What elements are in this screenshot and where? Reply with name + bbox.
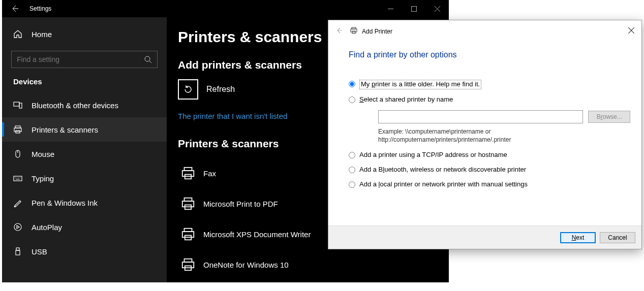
dialog-header-text: Add Printer — [362, 28, 392, 35]
svg-rect-13 — [182, 171, 194, 176]
sidebar-item-label: Printers & scanners — [32, 125, 98, 134]
search-box[interactable] — [11, 51, 158, 68]
sidebar-item-bluetooth[interactable]: Bluetooth & other devices — [2, 93, 167, 117]
svg-rect-8 — [14, 176, 22, 181]
svg-rect-11 — [16, 250, 20, 255]
dialog-title: Find a printer by other options — [334, 50, 630, 59]
svg-rect-15 — [185, 198, 192, 201]
close-icon — [435, 6, 440, 12]
svg-rect-10 — [16, 248, 19, 250]
option-shared[interactable]: Select a shared printer by name — [349, 95, 630, 104]
option-older[interactable]: My printer is a little older. Help me fi… — [349, 80, 630, 89]
sidebar-item-autoplay[interactable]: AutoPlay — [2, 215, 167, 239]
keyboard-icon — [13, 174, 22, 183]
option-local-label: Add a local printer or network printer w… — [359, 180, 528, 189]
printer-name: OneNote for Windows 10 — [203, 261, 289, 269]
sidebar-item-label: Mouse — [32, 150, 54, 158]
shared-path-input[interactable] — [378, 110, 583, 123]
svg-point-9 — [14, 223, 21, 231]
window-title: Settings — [27, 5, 51, 12]
devices-icon — [13, 101, 22, 110]
option-bluetooth-label: Add a Bluetooth, wireless or network dis… — [359, 166, 526, 174]
next-button[interactable]: Next — [560, 232, 596, 243]
shared-path-row: Browse... — [378, 110, 630, 123]
sidebar-item-label: Bluetooth & other devices — [32, 101, 118, 110]
radio-tcpip[interactable] — [349, 152, 355, 158]
sidebar-item-typing[interactable]: Typing — [2, 166, 167, 190]
printer-name: Microsoft XPS Document Writer — [203, 230, 311, 239]
printer-icon — [180, 166, 196, 181]
dialog-footer: Next Cancel — [328, 225, 641, 249]
cancel-button[interactable]: Cancel — [600, 232, 635, 243]
minimize-icon — [388, 6, 393, 12]
add-printer-dialog: Add Printer Find a printer by other opti… — [328, 20, 642, 249]
arrow-left-icon — [335, 27, 343, 34]
printer-icon — [350, 26, 358, 36]
radio-shared[interactable] — [349, 96, 355, 103]
sidebar-item-label: Pen & Windows Ink — [32, 199, 98, 207]
options-group: My printer is a little older. Help me fi… — [334, 80, 630, 189]
home-icon — [13, 29, 22, 39]
svg-rect-21 — [185, 259, 192, 262]
sidebar-item-mouse[interactable]: Mouse — [2, 142, 167, 166]
window-controls — [379, 0, 449, 17]
usb-icon — [13, 247, 22, 256]
printer-icon — [180, 257, 196, 272]
svg-rect-19 — [182, 232, 194, 237]
close-icon — [628, 27, 634, 34]
option-tcpip-label: Add a printer using a TCP/IP address or … — [359, 151, 507, 159]
home-label: Home — [32, 30, 52, 39]
sidebar-item-label: AutoPlay — [32, 223, 62, 232]
pen-icon — [13, 198, 22, 207]
svg-rect-0 — [411, 6, 416, 11]
sidebar-item-printers[interactable]: Printers & scanners — [2, 117, 167, 142]
minimize-button[interactable] — [379, 0, 402, 17]
search-icon — [144, 56, 152, 63]
mouse-icon — [13, 149, 22, 158]
sidebar-item-label: USB — [32, 247, 47, 256]
maximize-icon — [411, 6, 417, 12]
option-bluetooth[interactable]: Add a Bluetooth, wireless or network dis… — [349, 166, 630, 174]
printer-item-onenote[interactable]: OneNote for Windows 10 — [178, 249, 449, 280]
svg-rect-3 — [19, 103, 22, 108]
back-button[interactable] — [2, 0, 27, 17]
sidebar: Home Devices Bluetooth & other devices P… — [2, 17, 167, 282]
svg-rect-25 — [351, 29, 357, 32]
close-button[interactable] — [425, 0, 449, 17]
maximize-button[interactable] — [402, 0, 425, 17]
sidebar-item-label: Typing — [32, 174, 54, 183]
option-local[interactable]: Add a local printer or network printer w… — [349, 180, 630, 189]
printer-icon — [180, 196, 196, 211]
refresh-label: Refresh — [206, 85, 235, 94]
svg-point-1 — [145, 56, 150, 61]
dialog-header: Add Printer — [334, 26, 630, 36]
svg-rect-12 — [185, 168, 192, 171]
refresh-box — [178, 79, 198, 100]
refresh-icon — [183, 84, 193, 94]
svg-rect-22 — [182, 262, 194, 268]
radio-local[interactable] — [349, 181, 355, 188]
option-older-label: My printer is a little older. Help me fi… — [359, 80, 481, 89]
printer-name: Fax — [203, 169, 216, 178]
browse-button: Browse... — [588, 111, 630, 123]
printer-icon — [180, 227, 196, 242]
arrow-left-icon — [11, 5, 19, 13]
radio-bluetooth[interactable] — [349, 167, 355, 173]
printer-name: Microsoft Print to PDF — [203, 200, 278, 208]
search-input[interactable] — [17, 55, 144, 63]
svg-rect-4 — [15, 126, 20, 128]
autoplay-icon — [13, 222, 22, 232]
example-text: Example: \\computername\printername or h… — [378, 127, 630, 144]
titlebar: Settings — [2, 0, 449, 17]
dialog-close-button[interactable] — [628, 26, 634, 36]
option-shared-label: Select a shared printer by name — [359, 95, 453, 104]
radio-older[interactable] — [349, 81, 355, 87]
svg-rect-5 — [14, 128, 21, 132]
printer-icon — [13, 125, 22, 134]
option-tcpip[interactable]: Add a printer using a TCP/IP address or … — [349, 151, 630, 159]
svg-rect-16 — [182, 201, 194, 207]
home-nav[interactable]: Home — [2, 22, 167, 46]
dialog-back-button[interactable] — [335, 27, 343, 36]
sidebar-item-usb[interactable]: USB — [2, 239, 167, 264]
sidebar-item-pen[interactable]: Pen & Windows Ink — [2, 190, 167, 215]
